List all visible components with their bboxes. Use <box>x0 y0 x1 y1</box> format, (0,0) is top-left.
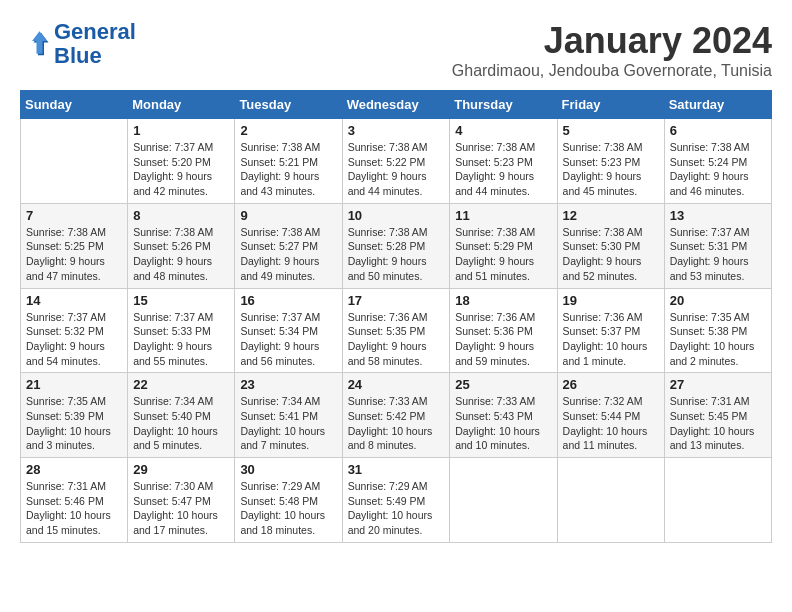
calendar-cell: 31Sunrise: 7:29 AMSunset: 5:49 PMDayligh… <box>342 458 450 543</box>
logo-icon <box>20 29 50 59</box>
calendar-cell: 7Sunrise: 7:38 AMSunset: 5:25 PMDaylight… <box>21 203 128 288</box>
calendar-cell: 30Sunrise: 7:29 AMSunset: 5:48 PMDayligh… <box>235 458 342 543</box>
calendar-table: SundayMondayTuesdayWednesdayThursdayFrid… <box>20 90 772 543</box>
day-info: Sunrise: 7:38 AMSunset: 5:27 PMDaylight:… <box>240 225 336 284</box>
calendar-cell: 27Sunrise: 7:31 AMSunset: 5:45 PMDayligh… <box>664 373 771 458</box>
day-info: Sunrise: 7:35 AMSunset: 5:38 PMDaylight:… <box>670 310 766 369</box>
calendar-cell: 8Sunrise: 7:38 AMSunset: 5:26 PMDaylight… <box>128 203 235 288</box>
day-header-sunday: Sunday <box>21 91 128 119</box>
day-header-friday: Friday <box>557 91 664 119</box>
day-info: Sunrise: 7:36 AMSunset: 5:36 PMDaylight:… <box>455 310 551 369</box>
day-info: Sunrise: 7:31 AMSunset: 5:45 PMDaylight:… <box>670 394 766 453</box>
calendar-cell: 10Sunrise: 7:38 AMSunset: 5:28 PMDayligh… <box>342 203 450 288</box>
day-info: Sunrise: 7:38 AMSunset: 5:30 PMDaylight:… <box>563 225 659 284</box>
page-subtitle: Ghardimaou, Jendouba Governorate, Tunisi… <box>452 62 772 80</box>
day-number: 4 <box>455 123 551 138</box>
day-number: 7 <box>26 208 122 223</box>
day-info: Sunrise: 7:38 AMSunset: 5:26 PMDaylight:… <box>133 225 229 284</box>
day-info: Sunrise: 7:37 AMSunset: 5:31 PMDaylight:… <box>670 225 766 284</box>
day-info: Sunrise: 7:29 AMSunset: 5:49 PMDaylight:… <box>348 479 445 538</box>
day-info: Sunrise: 7:33 AMSunset: 5:42 PMDaylight:… <box>348 394 445 453</box>
day-number: 13 <box>670 208 766 223</box>
calendar-cell: 29Sunrise: 7:30 AMSunset: 5:47 PMDayligh… <box>128 458 235 543</box>
day-number: 23 <box>240 377 336 392</box>
calendar-cell: 13Sunrise: 7:37 AMSunset: 5:31 PMDayligh… <box>664 203 771 288</box>
calendar-cell <box>450 458 557 543</box>
day-number: 26 <box>563 377 659 392</box>
day-number: 19 <box>563 293 659 308</box>
calendar-cell: 11Sunrise: 7:38 AMSunset: 5:29 PMDayligh… <box>450 203 557 288</box>
day-info: Sunrise: 7:36 AMSunset: 5:37 PMDaylight:… <box>563 310 659 369</box>
day-info: Sunrise: 7:38 AMSunset: 5:29 PMDaylight:… <box>455 225 551 284</box>
day-number: 24 <box>348 377 445 392</box>
day-header-saturday: Saturday <box>664 91 771 119</box>
day-header-tuesday: Tuesday <box>235 91 342 119</box>
day-info: Sunrise: 7:38 AMSunset: 5:25 PMDaylight:… <box>26 225 122 284</box>
day-number: 5 <box>563 123 659 138</box>
logo-name2: Blue <box>54 43 102 68</box>
day-info: Sunrise: 7:38 AMSunset: 5:28 PMDaylight:… <box>348 225 445 284</box>
logo-name1: General <box>54 19 136 44</box>
day-info: Sunrise: 7:38 AMSunset: 5:23 PMDaylight:… <box>455 140 551 199</box>
calendar-cell: 26Sunrise: 7:32 AMSunset: 5:44 PMDayligh… <box>557 373 664 458</box>
svg-rect-0 <box>20 29 50 59</box>
day-header-monday: Monday <box>128 91 235 119</box>
calendar-cell: 23Sunrise: 7:34 AMSunset: 5:41 PMDayligh… <box>235 373 342 458</box>
day-number: 27 <box>670 377 766 392</box>
calendar-cell: 15Sunrise: 7:37 AMSunset: 5:33 PMDayligh… <box>128 288 235 373</box>
calendar-cell: 2Sunrise: 7:38 AMSunset: 5:21 PMDaylight… <box>235 119 342 204</box>
day-number: 17 <box>348 293 445 308</box>
week-row-1: 1Sunrise: 7:37 AMSunset: 5:20 PMDaylight… <box>21 119 772 204</box>
day-number: 21 <box>26 377 122 392</box>
calendar-cell: 1Sunrise: 7:37 AMSunset: 5:20 PMDaylight… <box>128 119 235 204</box>
day-number: 9 <box>240 208 336 223</box>
calendar-cell: 19Sunrise: 7:36 AMSunset: 5:37 PMDayligh… <box>557 288 664 373</box>
day-number: 8 <box>133 208 229 223</box>
day-info: Sunrise: 7:31 AMSunset: 5:46 PMDaylight:… <box>26 479 122 538</box>
day-info: Sunrise: 7:38 AMSunset: 5:21 PMDaylight:… <box>240 140 336 199</box>
day-info: Sunrise: 7:36 AMSunset: 5:35 PMDaylight:… <box>348 310 445 369</box>
calendar-cell: 20Sunrise: 7:35 AMSunset: 5:38 PMDayligh… <box>664 288 771 373</box>
day-header-wednesday: Wednesday <box>342 91 450 119</box>
day-info: Sunrise: 7:32 AMSunset: 5:44 PMDaylight:… <box>563 394 659 453</box>
day-number: 1 <box>133 123 229 138</box>
day-header-thursday: Thursday <box>450 91 557 119</box>
day-info: Sunrise: 7:33 AMSunset: 5:43 PMDaylight:… <box>455 394 551 453</box>
title-block: January 2024 Ghardimaou, Jendouba Govern… <box>452 20 772 80</box>
calendar-cell: 9Sunrise: 7:38 AMSunset: 5:27 PMDaylight… <box>235 203 342 288</box>
logo: General Blue <box>20 20 136 68</box>
day-number: 6 <box>670 123 766 138</box>
day-number: 18 <box>455 293 551 308</box>
day-number: 20 <box>670 293 766 308</box>
calendar-cell: 14Sunrise: 7:37 AMSunset: 5:32 PMDayligh… <box>21 288 128 373</box>
day-number: 29 <box>133 462 229 477</box>
logo-text: General Blue <box>54 20 136 68</box>
week-row-3: 14Sunrise: 7:37 AMSunset: 5:32 PMDayligh… <box>21 288 772 373</box>
day-info: Sunrise: 7:34 AMSunset: 5:40 PMDaylight:… <box>133 394 229 453</box>
calendar-cell: 28Sunrise: 7:31 AMSunset: 5:46 PMDayligh… <box>21 458 128 543</box>
calendar-cell <box>557 458 664 543</box>
day-number: 10 <box>348 208 445 223</box>
calendar-cell: 17Sunrise: 7:36 AMSunset: 5:35 PMDayligh… <box>342 288 450 373</box>
calendar-cell <box>664 458 771 543</box>
calendar-cell: 6Sunrise: 7:38 AMSunset: 5:24 PMDaylight… <box>664 119 771 204</box>
day-info: Sunrise: 7:38 AMSunset: 5:22 PMDaylight:… <box>348 140 445 199</box>
day-number: 14 <box>26 293 122 308</box>
calendar-cell: 3Sunrise: 7:38 AMSunset: 5:22 PMDaylight… <box>342 119 450 204</box>
day-info: Sunrise: 7:34 AMSunset: 5:41 PMDaylight:… <box>240 394 336 453</box>
day-info: Sunrise: 7:30 AMSunset: 5:47 PMDaylight:… <box>133 479 229 538</box>
calendar-cell: 24Sunrise: 7:33 AMSunset: 5:42 PMDayligh… <box>342 373 450 458</box>
day-info: Sunrise: 7:38 AMSunset: 5:23 PMDaylight:… <box>563 140 659 199</box>
day-number: 2 <box>240 123 336 138</box>
week-row-5: 28Sunrise: 7:31 AMSunset: 5:46 PMDayligh… <box>21 458 772 543</box>
day-info: Sunrise: 7:29 AMSunset: 5:48 PMDaylight:… <box>240 479 336 538</box>
day-info: Sunrise: 7:35 AMSunset: 5:39 PMDaylight:… <box>26 394 122 453</box>
day-number: 31 <box>348 462 445 477</box>
week-row-4: 21Sunrise: 7:35 AMSunset: 5:39 PMDayligh… <box>21 373 772 458</box>
day-number: 30 <box>240 462 336 477</box>
calendar-cell: 18Sunrise: 7:36 AMSunset: 5:36 PMDayligh… <box>450 288 557 373</box>
page-header: General Blue January 2024 Ghardimaou, Je… <box>20 20 772 80</box>
calendar-cell: 12Sunrise: 7:38 AMSunset: 5:30 PMDayligh… <box>557 203 664 288</box>
week-row-2: 7Sunrise: 7:38 AMSunset: 5:25 PMDaylight… <box>21 203 772 288</box>
calendar-cell: 5Sunrise: 7:38 AMSunset: 5:23 PMDaylight… <box>557 119 664 204</box>
